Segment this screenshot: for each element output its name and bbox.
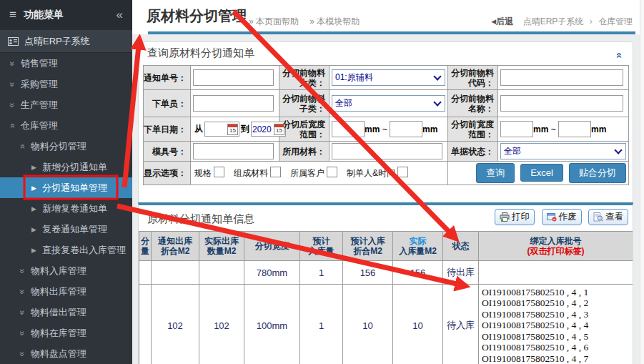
sidebar-item-slitting-mgmt[interactable]: »物料分切管理 (0, 136, 132, 157)
chevron-double-up-icon: » (8, 123, 16, 128)
col-actual-in-m2: 实际入库量M2 (393, 232, 443, 261)
post-width-min-input[interactable] (332, 121, 365, 137)
query-button[interactable]: 查询 (476, 163, 515, 183)
col-status: 状态 (443, 232, 479, 261)
material-input[interactable] (332, 143, 442, 159)
pre-code-input[interactable] (500, 69, 623, 86)
magnifier-icon (593, 212, 603, 222)
page-help-link[interactable]: » 本页面帮助 (249, 16, 299, 26)
table-row: 780mm 1 156 156 待出库 (139, 261, 633, 285)
spec-checkbox[interactable] (214, 167, 224, 177)
breadcrumb-system[interactable]: 点晴ERP子系统 (523, 16, 584, 26)
print-button[interactable]: 打印 (495, 209, 535, 225)
chevron-double-down-icon: » (18, 351, 26, 356)
col-actual-out-qty: 实际出库数量M2 (199, 232, 244, 261)
sidebar-system-item[interactable]: 点晴ERP子系统 (0, 30, 132, 53)
chevron-double-down-icon: » (18, 310, 26, 315)
orderer-input[interactable] (193, 95, 274, 112)
sidebar-item-instock-mgmt[interactable]: »物料在库管理 (0, 323, 132, 343)
notice-table: 分量 通知出库折合M2 实际出库数量M2 分切宽度 预计入库量 预计入库折合M2… (139, 231, 633, 364)
chevron-double-up-icon: » (18, 144, 26, 149)
chevron-double-down-icon: » (8, 82, 16, 87)
sidebar-item-inbound-mgmt[interactable]: »物料入库管理 (0, 260, 132, 281)
col-est-in-qty: 预计入库量 (300, 232, 343, 261)
page-header: 原材料分切管理 » 本页面帮助 » 本模块帮助 ◀后退 点晴ERP子系统 › 仓… (132, 0, 644, 34)
date-from-input[interactable] (206, 123, 227, 135)
notice-no-input[interactable] (193, 69, 274, 86)
chevron-down-icon (433, 98, 441, 106)
batch-line: OI191008175802510 , 4 , 4 (482, 320, 630, 330)
pre-class-select[interactable]: 01:原辅料 (332, 69, 445, 86)
batch-line: OI191008175802510 , 4 , 5 (482, 331, 630, 342)
chevron-down-icon (614, 146, 622, 154)
mold-no-input[interactable] (193, 143, 274, 159)
sidebar-item-new-slit-notice[interactable]: ▶新增分切通知单 (0, 157, 132, 177)
batch-line: OI191008175802510 , 4 , 3 (482, 309, 630, 320)
date-to-input[interactable] (252, 123, 274, 135)
system-label: 点晴ERP子系统 (24, 35, 90, 48)
void-doc-icon (547, 212, 557, 222)
calendar-icon[interactable] (227, 124, 238, 135)
search-panel: 查询原材料分切通知单 « 通知单号： 分切前物料大类： 01:原辅料 分切前物料… (138, 41, 633, 204)
excel-button[interactable]: Excel (520, 164, 563, 182)
chevron-double-down-icon: » (8, 61, 16, 66)
composition-checkbox[interactable] (270, 167, 281, 177)
pre-name-input[interactable] (500, 95, 623, 112)
batch-line: OI191008175802510 , 4 , 7 (482, 353, 630, 364)
col-qty: 分量 (139, 232, 152, 261)
chevron-double-down-icon: » (18, 268, 26, 273)
sidebar-header: ≡ 功能菜单 « (0, 0, 132, 30)
sidebar-item-production[interactable]: »生产管理 (0, 94, 132, 115)
sidebar-item-purchase[interactable]: »采购管理 (0, 74, 132, 94)
sidebar-item-slit-notice-mgmt[interactable]: ▶分切通知单管理 (0, 177, 132, 198)
sidebar-item-new-rewind-notice[interactable]: ▶新增复卷通知单 (0, 198, 132, 219)
info-panel-title: 原材料分切通知单信息 (147, 212, 254, 226)
idcard-icon (8, 37, 19, 46)
main-area: 原材料分切管理 » 本页面帮助 » 本模块帮助 ◀后退 点晴ERP子系统 › 仓… (132, 0, 644, 364)
arrow-right-icon: ▶ (31, 185, 36, 192)
col-notice-out-m2: 通知出库折合M2 (152, 232, 199, 261)
laminate-slit-button[interactable]: 贴合分切 (569, 163, 626, 183)
sidebar-item-outbound-mgmt[interactable]: »物料出库管理 (0, 281, 132, 302)
notice-info-panel: 原材料分切通知单信息 打印 作废 查看 分量 通知出库折合M2 实际出库数量M2… (138, 202, 633, 364)
arrow-right-icon: ▶ (31, 164, 36, 171)
sidebar-item-direct-rewind-io[interactable]: ▶直接复卷出入库管理 (0, 240, 132, 260)
maker-time-checkbox[interactable] (397, 167, 408, 177)
void-button[interactable]: 作废 (542, 209, 582, 225)
chevron-down-icon (433, 72, 441, 80)
batch-line: OI191008175802510 , 4 , 6 (482, 342, 630, 353)
batch-line: OI191008175802510 , 4 , 2 (482, 297, 630, 308)
page-title: 原材料分切管理 (147, 6, 247, 26)
back-button[interactable]: ◀后退 (491, 16, 513, 26)
sidebar-item-stocktake-mgmt[interactable]: »物料盘点管理 (0, 343, 132, 364)
help-links: » 本页面帮助 » 本模块帮助 (249, 16, 368, 28)
doc-status-select[interactable]: 全部 (500, 143, 626, 159)
customer-checkbox[interactable] (327, 167, 337, 177)
arrow-right-icon: ▶ (31, 205, 36, 212)
table-row: 102 102 100mm 1 10 10 待入库 OI191008175802… (139, 285, 633, 364)
menu-icon: ≡ (9, 8, 16, 22)
sidebar: ≡ 功能菜单 « 点晴ERP子系统 »销售管理 »采购管理 »生产管理 »仓库管… (0, 0, 132, 364)
collapse-sidebar-icon[interactable]: « (117, 8, 123, 22)
batch-number-cell[interactable]: OI191008175802510 , 4 , 1 OI191008175802… (479, 285, 633, 364)
search-panel-title: 查询原材料分切通知单 (147, 46, 254, 60)
post-width-max-input[interactable] (390, 121, 422, 137)
breadcrumb-warehouse[interactable]: 仓库管理 (598, 16, 633, 26)
pre-subclass-select[interactable]: 全部 (332, 95, 445, 112)
view-button[interactable]: 查看 (588, 209, 628, 225)
sidebar-item-rewind-notice-mgmt[interactable]: ▶复卷通知单管理 (0, 219, 132, 240)
title-divider (148, 31, 635, 34)
chevron-double-down-icon: » (18, 289, 26, 294)
calendar-icon[interactable] (274, 124, 284, 135)
search-form: 通知单号： 分切前物料大类： 01:原辅料 分切前物料代码： 下单员： 分切前物… (143, 65, 629, 185)
scrollbar-track[interactable] (640, 0, 644, 364)
sidebar-item-warehouse[interactable]: »仓库管理 (0, 115, 132, 136)
pre-width-max-input[interactable] (558, 121, 591, 137)
sidebar-item-lending-mgmt[interactable]: »物料借出管理 (0, 302, 132, 323)
table-header-row: 分量 通知出库折合M2 实际出库数量M2 分切宽度 预计入库量 预计入库折合M2… (139, 232, 633, 261)
pre-width-min-input[interactable] (500, 121, 533, 137)
field-label: 通知单号： (144, 73, 187, 83)
sidebar-item-sales[interactable]: »销售管理 (0, 53, 132, 74)
module-help-link[interactable]: » 本模块帮助 (309, 16, 360, 26)
collapse-panel-icon[interactable]: « (613, 52, 625, 58)
